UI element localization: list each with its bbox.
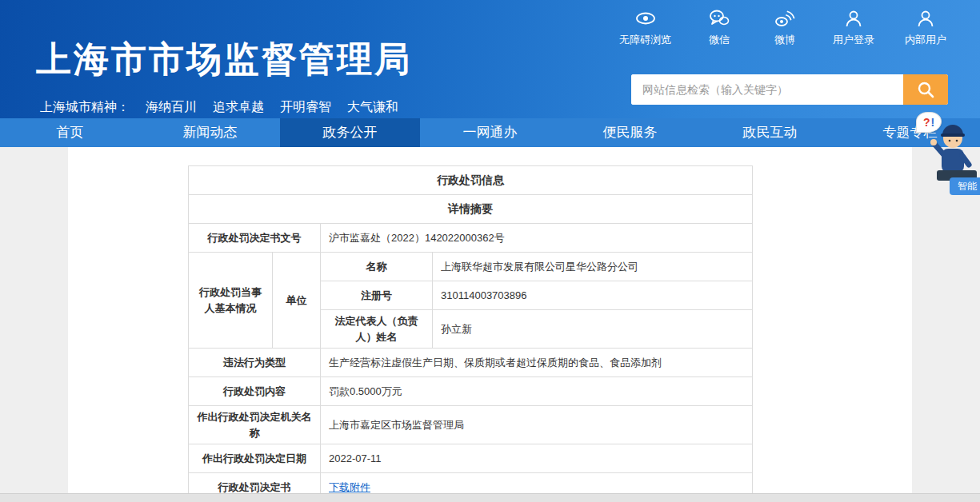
search-button[interactable] bbox=[903, 74, 948, 105]
quicklink-label: 用户登录 bbox=[833, 33, 874, 47]
site-title: 上海市市场监督管理局 bbox=[36, 36, 412, 83]
city-spirit-motto: 上海城市精神： 海纳百川 追求卓越 开明睿智 大气谦和 bbox=[40, 99, 398, 116]
nav-item-public-service[interactable]: 便民服务 bbox=[560, 118, 700, 147]
search-icon bbox=[916, 80, 935, 99]
mascot-figure-icon bbox=[927, 122, 977, 181]
quicklink-user-login[interactable]: 用户登录 bbox=[833, 6, 874, 47]
table-row: 行政处罚信息 bbox=[189, 166, 753, 195]
weibo-icon bbox=[774, 6, 796, 30]
table-row: 作出行政处罚决定机关名称 上海市嘉定区市场监督管理局 bbox=[189, 406, 753, 444]
doc-no-value: 沪市监嘉处（2022）142022000362号 bbox=[321, 224, 753, 253]
date-value: 2022-07-11 bbox=[321, 444, 753, 473]
motto-item: 大气谦和 bbox=[347, 99, 398, 116]
nav-item-news[interactable]: 新闻动态 bbox=[140, 118, 280, 147]
authority-value: 上海市嘉定区市场监督管理局 bbox=[321, 406, 753, 444]
doc-no-label: 行政处罚决定书文号 bbox=[189, 224, 321, 253]
footer-strip bbox=[0, 493, 980, 502]
quick-links: 无障碍浏览 微信 微博 用户登录 bbox=[619, 6, 946, 47]
reg-no-label: 注册号 bbox=[321, 281, 433, 310]
nav-item-interaction[interactable]: 政民互动 bbox=[700, 118, 840, 147]
quicklink-accessibility[interactable]: 无障碍浏览 bbox=[619, 6, 671, 47]
quicklink-label: 微博 bbox=[774, 33, 795, 47]
nav-item-gov-disclosure[interactable]: 政务公开 bbox=[280, 118, 420, 147]
page: 无障碍浏览 微信 微博 用户登录 bbox=[0, 0, 980, 502]
motto-item: 开明睿智 bbox=[280, 99, 331, 116]
violation-label: 违法行为类型 bbox=[189, 349, 321, 377]
content-panel: 行政处罚信息 详情摘要 行政处罚决定书文号 沪市监嘉处（2022）1420220… bbox=[68, 147, 912, 493]
table-row: 行政处罚决定书文号 沪市监嘉处（2022）142022000362号 bbox=[189, 224, 753, 253]
download-attachment-link[interactable]: 下载附件 bbox=[329, 481, 370, 493]
table-row: 作出行政处罚决定日期 2022-07-11 bbox=[189, 444, 753, 473]
nav-item-one-stop[interactable]: 一网通办 bbox=[420, 118, 560, 147]
authority-label: 作出行政处罚决定机关名称 bbox=[189, 406, 321, 444]
penalty-info-table: 行政处罚信息 详情摘要 行政处罚决定书文号 沪市监嘉处（2022）1420220… bbox=[188, 165, 753, 502]
violation-value: 生产经营标注虚假生产日期、保质期或者超过保质期的食品、食品添加剂 bbox=[321, 349, 753, 377]
quicklink-label: 无障碍浏览 bbox=[619, 33, 671, 47]
penalty-value: 罚款0.5000万元 bbox=[321, 377, 753, 406]
table-row: 行政处罚内容 罚款0.5000万元 bbox=[189, 377, 753, 406]
wechat-icon bbox=[708, 6, 730, 30]
quicklink-internal-user[interactable]: 内部用户 bbox=[905, 6, 946, 47]
nav-item-home[interactable]: 首页 bbox=[0, 118, 140, 147]
search-input[interactable] bbox=[631, 74, 903, 105]
penalty-label: 行政处罚内容 bbox=[189, 377, 321, 406]
eye-icon bbox=[634, 6, 657, 30]
user-login-icon bbox=[842, 6, 865, 30]
motto-item: 海纳百川 bbox=[146, 99, 197, 116]
table-row: 详情摘要 bbox=[189, 195, 753, 224]
quicklink-label: 微信 bbox=[709, 33, 730, 47]
reg-no-value: 310114003703896 bbox=[433, 281, 753, 310]
quicklink-label: 内部用户 bbox=[905, 33, 946, 47]
quicklink-weibo[interactable]: 微博 bbox=[767, 6, 802, 47]
table-row: 行政处罚当事人基本情况 单位 名称 上海联华超市发展有限公司星华公路分公司 bbox=[189, 253, 753, 281]
name-value: 上海联华超市发展有限公司星华公路分公司 bbox=[433, 253, 753, 281]
motto-item: 追求卓越 bbox=[213, 99, 264, 116]
table-row: 违法行为类型 生产经营标注虚假生产日期、保质期或者超过保质期的食品、食品添加剂 bbox=[189, 349, 753, 377]
assistant-label[interactable]: 智能 bbox=[950, 177, 980, 195]
legal-rep-label: 法定代表人（负责人）姓名 bbox=[321, 310, 433, 349]
unit-label: 单位 bbox=[273, 253, 321, 349]
party-label: 行政处罚当事人基本情况 bbox=[189, 253, 273, 349]
site-search bbox=[631, 74, 948, 105]
legal-rep-value: 孙立新 bbox=[433, 310, 753, 349]
quicklink-wechat[interactable]: 微信 bbox=[702, 6, 737, 47]
site-header: 无障碍浏览 微信 微博 用户登录 bbox=[0, 0, 980, 118]
motto-label: 上海城市精神： bbox=[40, 99, 130, 116]
table-title: 行政处罚信息 bbox=[189, 166, 753, 195]
internal-user-icon bbox=[914, 6, 937, 30]
assistant-mascot[interactable]: ? ! 智能 bbox=[919, 112, 980, 197]
date-label: 作出行政处罚决定日期 bbox=[189, 444, 321, 473]
name-label: 名称 bbox=[321, 253, 433, 281]
table-subtitle: 详情摘要 bbox=[189, 195, 753, 224]
main-nav: 首页 新闻动态 政务公开 一网通办 便民服务 政民互动 专题专栏 bbox=[0, 118, 980, 147]
